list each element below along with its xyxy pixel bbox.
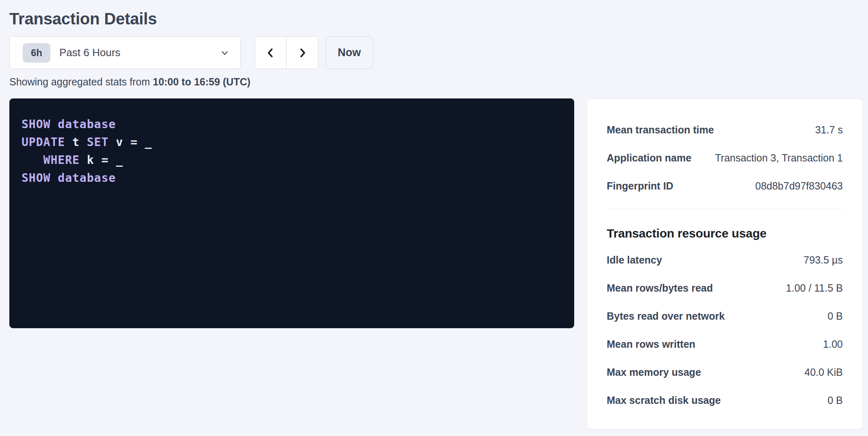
next-time-button[interactable]: [286, 37, 318, 69]
main-content: SHOW databaseUPDATE t SET v = _ WHERE k …: [9, 98, 863, 429]
detail-row: Bytes read over network0 B: [607, 302, 843, 330]
detail-value: Transaction 3, Transaction 1: [715, 152, 843, 164]
detail-value: 08d8b7d97f830463: [755, 180, 843, 192]
detail-value: 1.00: [823, 338, 843, 350]
page-title: Transaction Details: [9, 10, 863, 28]
detail-value: 40.0 KiB: [804, 366, 843, 378]
detail-row: Application nameTransaction 3, Transacti…: [607, 144, 843, 172]
resource-rows: Idle latency793.5 µsMean rows/bytes read…: [607, 246, 843, 414]
detail-label: Application name: [607, 152, 691, 164]
detail-row: Fingerprint ID08d8b7d97f830463: [607, 172, 843, 200]
detail-value: 0 B: [827, 310, 843, 322]
detail-label: Fingerprint ID: [607, 180, 673, 192]
time-toolbar: 6h Past 6 Hours Now: [9, 36, 863, 69]
card-divider: [607, 209, 843, 209]
time-range-dropdown[interactable]: 6h Past 6 Hours: [9, 36, 241, 69]
detail-label: Max memory usage: [607, 366, 701, 378]
prev-time-button[interactable]: [255, 37, 286, 69]
sql-statement-box: SHOW databaseUPDATE t SET v = _ WHERE k …: [9, 98, 574, 328]
chevron-left-icon: [265, 47, 276, 59]
detail-label: Mean rows/bytes read: [607, 282, 713, 294]
chevron-right-icon: [297, 47, 308, 59]
time-range-badge: 6h: [23, 43, 50, 63]
now-button[interactable]: Now: [326, 36, 373, 69]
time-range-label: Past 6 Hours: [59, 46, 120, 59]
sql-code: SHOW databaseUPDATE t SET v = _ WHERE k …: [22, 116, 562, 187]
detail-value: 31.7 s: [815, 124, 843, 136]
sql-line: SHOW database: [22, 116, 562, 133]
detail-row: Mean rows written1.00: [607, 330, 843, 358]
detail-row: Idle latency793.5 µs: [607, 246, 843, 274]
chevron-down-icon: [220, 48, 230, 58]
sql-line: WHERE k = _: [22, 151, 562, 169]
detail-row: Max memory usage40.0 KiB: [607, 358, 843, 386]
sql-line: UPDATE t SET v = _: [22, 133, 562, 151]
detail-label: Mean transaction time: [607, 124, 714, 136]
detail-row: Mean rows/bytes read1.00 / 11.5 B: [607, 274, 843, 302]
transaction-details-card: Mean transaction time31.7 sApplication n…: [587, 98, 863, 429]
aggregation-range-prefix: Showing aggregated stats from: [9, 76, 153, 87]
detail-row: Max scratch disk usage0 B: [607, 386, 843, 414]
detail-row: Mean transaction time31.7 s: [607, 116, 843, 144]
detail-label: Max scratch disk usage: [607, 395, 721, 406]
detail-value: 0 B: [827, 395, 843, 406]
resource-usage-heading: Transaction resource usage: [607, 227, 843, 240]
detail-value: 793.5 µs: [804, 254, 843, 266]
aggregation-range-value: 10:00 to 16:59 (UTC): [153, 76, 250, 87]
time-nav-group: [255, 36, 318, 69]
transaction-details-page: Transaction Details 6h Past 6 Hours Now …: [0, 0, 868, 436]
detail-label: Bytes read over network: [607, 310, 725, 322]
aggregation-range-text: Showing aggregated stats from 10:00 to 1…: [9, 76, 863, 88]
detail-value: 1.00 / 11.5 B: [786, 282, 843, 294]
detail-label: Mean rows written: [607, 338, 695, 350]
detail-label: Idle latency: [607, 254, 662, 266]
sql-line: SHOW database: [22, 169, 562, 187]
summary-rows: Mean transaction time31.7 sApplication n…: [607, 116, 843, 200]
